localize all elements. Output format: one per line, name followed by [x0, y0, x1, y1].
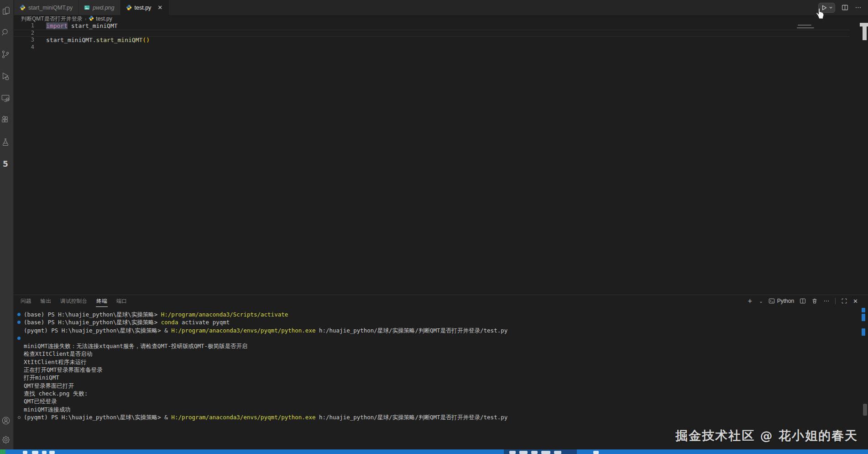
- terminal-text: conda: [161, 318, 182, 326]
- run-button[interactable]: [818, 3, 835, 13]
- activity-bar-extensions[interactable]: [0, 114, 11, 126]
- terminal-text: H:/program/anaconda3/envs/pyqmt/python.e…: [171, 327, 315, 334]
- more-actions-button[interactable]: [855, 4, 862, 11]
- panel-tab-终端[interactable]: 终端: [96, 296, 108, 307]
- activity-bar-run-and-debug[interactable]: [0, 70, 11, 82]
- run-and-debug-icon: [0, 71, 10, 81]
- split-editor-button[interactable]: [842, 4, 848, 11]
- code-token: import: [46, 22, 68, 29]
- terminal-text: H:/program/anaconda3/envs/pyqmt/python.e…: [171, 413, 315, 421]
- breadcrumb-folder[interactable]: 判断QMT是否打开并登录: [21, 15, 83, 23]
- activity-bar: 5: [0, 0, 14, 449]
- python-icon: [20, 5, 26, 11]
- toolbar-divider: [835, 298, 836, 304]
- breadcrumb[interactable]: 判断QMT是否打开并登录 › test.py: [14, 15, 868, 22]
- new-terminal-button[interactable]: ＋: [746, 297, 753, 305]
- tab-pwd.png[interactable]: pwd.png: [78, 0, 120, 15]
- maximize-panel-button[interactable]: [841, 298, 847, 304]
- terminal-line: QMT登录界面已打开: [14, 382, 857, 390]
- play-icon: [821, 4, 828, 11]
- code-token: (): [142, 37, 150, 43]
- breadcrumb-file[interactable]: test.py: [96, 16, 112, 22]
- terminal-text: QMT已经登录: [24, 397, 57, 405]
- panel-tab-端口[interactable]: 端口: [116, 296, 128, 307]
- activity-bar-source-control[interactable]: [0, 48, 11, 60]
- terminal-scrollbar[interactable]: [863, 404, 867, 416]
- terminal-text: h:/huajie_python/星球/实操策略/判断QMT是否打开并登录/te…: [315, 413, 507, 421]
- terminal-instance-python[interactable]: Python: [769, 298, 794, 304]
- account-icon: [1, 416, 11, 426]
- panel-tab-问题[interactable]: 问题: [20, 296, 32, 307]
- panel-more-actions-button[interactable]: [823, 298, 830, 304]
- editor-actions: [818, 0, 862, 15]
- python-file-icon: [89, 16, 94, 22]
- activity-bar-custom-extension-icon[interactable]: 5: [0, 158, 11, 170]
- terminal-text: h:/huajie_python/星球/实操策略/判断QMT是否打开并登录/te…: [315, 327, 507, 334]
- terminal-toolbar: ＋ ⌄ Python ✕: [746, 295, 858, 307]
- activity-bar-remote-explorer[interactable]: [0, 92, 11, 104]
- terminal-line: (pyqmt) PS H:\huajie_python\星球\实操策略> & H…: [14, 413, 857, 421]
- activity-bar-search[interactable]: [0, 26, 11, 38]
- terminal-profile-chevron-icon[interactable]: ⌄: [759, 299, 763, 304]
- line-number: 1: [14, 22, 34, 30]
- terminal-text: H:/program/anaconda3/Scripts/activate: [161, 311, 288, 318]
- breadcrumb-separator-icon: ›: [85, 16, 87, 21]
- terminal-line: miniQMT连接成功: [14, 406, 857, 413]
- activity-bar-testing[interactable]: [0, 136, 11, 148]
- activity-bar-settings[interactable]: [0, 434, 12, 446]
- terminal-text: (pyqmt) PS H:\huajie_python\星球\实操策略> &: [24, 327, 171, 334]
- code-line[interactable]: 2: [14, 30, 868, 37]
- code-line[interactable]: 1import start_miniQMT: [14, 22, 868, 30]
- code-line[interactable]: 4: [14, 44, 868, 51]
- status-segment[interactable]: [504, 449, 577, 454]
- testing-icon: [0, 137, 10, 147]
- terminal-text: XtItClient程序未运行: [24, 358, 87, 366]
- code-token: start_miniQMT.: [46, 37, 96, 43]
- terminal-decoration-mark: [862, 314, 865, 321]
- activity-bar-account[interactable]: [0, 415, 12, 427]
- close-tab-icon[interactable]: ✕: [157, 4, 163, 11]
- code-line[interactable]: 3start_miniQMT.start_miniQMT(): [14, 37, 868, 44]
- split-terminal-button[interactable]: [800, 298, 806, 304]
- command-success-dot-icon: [17, 321, 21, 324]
- vscode-window: 5 start_miniQMT.pypwd.pngtest.py✕ 判断Q: [0, 0, 868, 454]
- custom-extension-icon: 5: [3, 159, 8, 169]
- settings-icon: [1, 435, 11, 445]
- code-editor[interactable]: 1import start_miniQMT23start_miniQMT.sta…: [14, 22, 868, 295]
- terminal-decoration-mark: [862, 308, 865, 312]
- terminal-text: 打开miniQMT: [24, 374, 59, 381]
- tab-label: pwd.png: [93, 5, 114, 11]
- tab-label: test.py: [135, 5, 152, 11]
- python-icon: [126, 5, 132, 11]
- extensions-icon: [0, 115, 10, 125]
- terminal-text: (pyqmt) PS H:\huajie_python\星球\实操策略> &: [24, 413, 171, 421]
- activity-bar-explorer[interactable]: [0, 5, 11, 16]
- terminal-text: (base) PS H:\huajie_python\星球\实操策略>: [24, 311, 161, 318]
- terminal-icon: [769, 298, 775, 304]
- status-bar-body: [5, 449, 868, 454]
- explorer-icon: [0, 5, 11, 16]
- panel-tab-调试控制台[interactable]: 调试控制台: [60, 296, 88, 307]
- terminal-line: 检查XtItClient是否启动: [14, 350, 857, 358]
- close-panel-button[interactable]: ✕: [853, 298, 858, 305]
- terminal-line: 查找 check.png 失败:: [14, 390, 857, 397]
- terminal-line: QMT已经登录: [14, 397, 857, 405]
- tab-test.py[interactable]: test.py✕: [120, 0, 170, 15]
- code-token: start_miniQMT: [96, 37, 143, 43]
- command-success-dot-icon: [17, 337, 21, 340]
- remote-indicator[interactable]: [0, 449, 5, 454]
- terminal-text: 查找 check.png 失败:: [24, 390, 88, 397]
- chevron-down-icon: [829, 5, 833, 10]
- terminal-line: XtItClient程序未运行: [14, 358, 857, 366]
- editor-tab-strip: start_miniQMT.pypwd.pngtest.py✕: [14, 0, 868, 15]
- terminal-line: miniQMT连接失败：无法连接xtquant服务，请检查QMT-投研版或QMT…: [14, 342, 857, 350]
- tab-start_miniQMT.py[interactable]: start_miniQMT.py: [14, 0, 78, 15]
- terminal-line: (base) PS H:\huajie_python\星球\实操策略> H:/p…: [14, 311, 857, 318]
- command-running-dot-icon: [18, 416, 21, 419]
- terminal-text: 检查XtItClient是否启动: [24, 350, 92, 358]
- panel-tab-输出[interactable]: 输出: [40, 296, 52, 307]
- line-number: 2: [14, 30, 34, 37]
- kill-terminal-button[interactable]: [811, 298, 818, 304]
- terminal-text: (base) PS H:\huajie_python\星球\实操策略>: [24, 318, 161, 326]
- terminal-text: 正在打开QMT登录界面准备登录: [24, 366, 103, 374]
